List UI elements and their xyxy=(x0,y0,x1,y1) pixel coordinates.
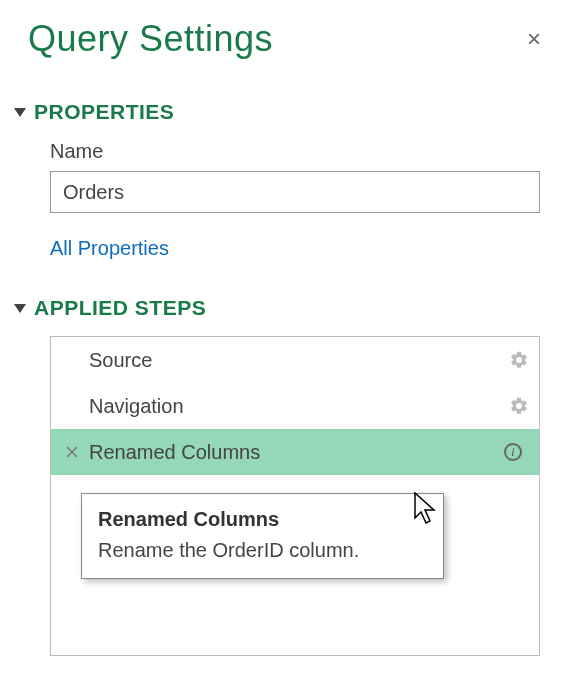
properties-title: PROPERTIES xyxy=(34,100,174,124)
applied-steps-title: APPLIED STEPS xyxy=(34,296,206,320)
step-row-navigation[interactable]: Navigation xyxy=(51,383,539,429)
query-settings-panel: Query Settings × PROPERTIES Name All Pro… xyxy=(0,0,577,656)
gear-icon[interactable] xyxy=(509,396,529,416)
collapse-triangle-icon xyxy=(14,108,26,117)
all-properties-link[interactable]: All Properties xyxy=(50,237,549,260)
step-label: Navigation xyxy=(85,395,509,418)
info-icon[interactable]: i xyxy=(503,442,523,462)
step-label: Source xyxy=(85,349,509,372)
applied-steps-list: Source Navigation Ren xyxy=(50,336,540,656)
delete-step-icon[interactable] xyxy=(59,445,85,459)
collapse-triangle-icon xyxy=(14,304,26,313)
panel-header: Query Settings × xyxy=(28,18,549,60)
step-row-renamed-columns[interactable]: Renamed Columns i xyxy=(51,429,539,475)
tooltip-title: Renamed Columns xyxy=(98,508,427,531)
tooltip-description: Rename the OrderID column. xyxy=(98,539,427,562)
applied-steps-section: APPLIED STEPS Source Navigation xyxy=(28,296,549,656)
step-label: Renamed Columns xyxy=(85,441,503,464)
close-button[interactable]: × xyxy=(519,23,549,55)
step-row-source[interactable]: Source xyxy=(51,337,539,383)
step-tooltip: Renamed Columns Rename the OrderID colum… xyxy=(81,493,444,579)
properties-header[interactable]: PROPERTIES xyxy=(28,100,549,124)
name-label: Name xyxy=(50,140,549,163)
panel-title: Query Settings xyxy=(28,18,273,60)
applied-steps-header[interactable]: APPLIED STEPS xyxy=(28,296,549,320)
gear-icon[interactable] xyxy=(509,350,529,370)
name-input[interactable] xyxy=(50,171,540,213)
properties-section: PROPERTIES Name All Properties xyxy=(28,100,549,260)
